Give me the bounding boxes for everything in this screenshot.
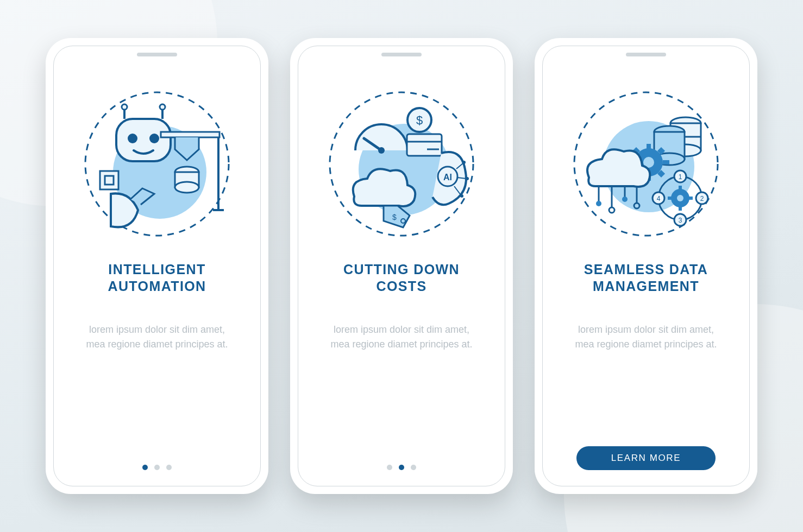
cost-icon: $ AI $ <box>323 85 480 243</box>
svg-point-8 <box>160 104 165 110</box>
page-dot-2[interactable] <box>154 465 160 470</box>
screen-body: lorem ipsum dolor sit dim amet, mea regi… <box>567 322 725 352</box>
page-dot-1[interactable] <box>142 465 148 470</box>
svg-text:$: $ <box>392 213 397 221</box>
page-dot-3[interactable] <box>166 465 172 470</box>
phone-notch <box>381 53 422 56</box>
data-management-icon: 1 2 3 4 <box>567 85 725 243</box>
screen-title: CUTTING DOWN COSTS <box>320 261 483 295</box>
svg-text:1: 1 <box>679 173 682 181</box>
svg-rect-67 <box>679 206 682 211</box>
pagination <box>47 465 267 470</box>
svg-point-20 <box>378 147 385 154</box>
svg-point-65 <box>677 195 683 201</box>
learn-more-button[interactable]: LEARN MORE <box>576 446 716 470</box>
svg-point-60 <box>622 197 628 202</box>
svg-point-4 <box>149 134 159 143</box>
automation-icon <box>78 85 236 243</box>
svg-rect-49 <box>663 160 669 164</box>
svg-rect-46 <box>647 144 651 150</box>
page-dot-3[interactable] <box>411 465 416 470</box>
svg-text:3: 3 <box>679 217 682 224</box>
svg-rect-23 <box>407 134 442 156</box>
onboarding-phone-3: 1 2 3 4 SEAMLESS DATA MANAGEMENT lorem i… <box>535 38 757 494</box>
svg-text:$: $ <box>416 113 423 127</box>
pagination <box>291 465 512 470</box>
page-dot-2[interactable] <box>399 465 404 470</box>
onboarding-phone-1: INTELLIGENT AUTOMATION lorem ipsum dolor… <box>46 38 268 494</box>
svg-text:AI: AI <box>443 173 452 182</box>
phone-notch <box>137 53 177 56</box>
phone-row: INTELLIGENT AUTOMATION lorem ipsum dolor… <box>46 38 757 494</box>
svg-rect-68 <box>668 197 673 200</box>
screen-title: INTELLIGENT AUTOMATION <box>76 261 239 295</box>
svg-rect-66 <box>679 186 682 191</box>
svg-point-56 <box>596 201 601 206</box>
screen-title: SEAMLESS DATA MANAGEMENT <box>564 261 727 295</box>
onboarding-phone-2: $ AI $ CUTTING DOWN COSTS lorem ipsum <box>290 38 513 494</box>
svg-rect-69 <box>688 197 693 200</box>
screen-body: lorem ipsum dolor sit dim amet, mea regi… <box>78 322 236 352</box>
svg-text:4: 4 <box>657 195 661 202</box>
svg-point-58 <box>609 207 614 213</box>
svg-point-16 <box>175 182 199 193</box>
cta-area: LEARN MORE <box>536 446 756 470</box>
svg-rect-11 <box>161 132 219 137</box>
page-dot-1[interactable] <box>387 465 392 470</box>
svg-rect-2 <box>116 119 171 161</box>
phone-notch <box>626 53 666 56</box>
svg-rect-9 <box>100 171 118 189</box>
svg-text:2: 2 <box>700 195 704 202</box>
svg-point-7 <box>122 104 127 110</box>
svg-point-3 <box>128 134 137 143</box>
screen-body: lorem ipsum dolor sit dim amet, mea regi… <box>323 322 480 352</box>
